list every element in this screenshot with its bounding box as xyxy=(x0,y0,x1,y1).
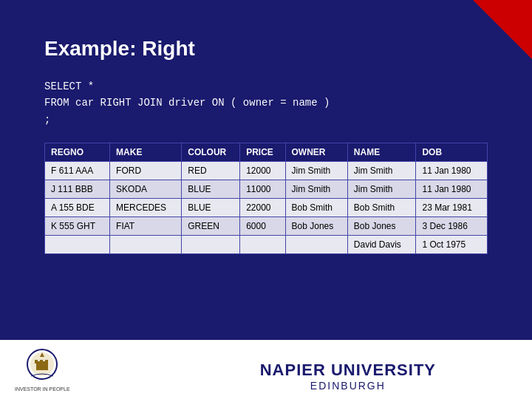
table-cell: Jim Smith xyxy=(347,180,416,199)
table-row: K 555 GHTFIATGREEN6000Bob JonesBob Jones… xyxy=(45,217,488,236)
investor-label: INVESTOR IN PEOPLE xyxy=(15,386,70,392)
table-cell: Bob Jones xyxy=(347,217,416,236)
table-cell: Bob Smith xyxy=(347,199,416,217)
table-cell: FORD xyxy=(110,162,182,180)
table-cell: BLUE xyxy=(182,180,240,199)
footer-bar: INVESTOR IN PEOPLE NAPIER UNIVERSITY EDI… xyxy=(0,340,532,399)
table-row: A 155 BDEMERCEDESBLUE22000Bob SmithBob S… xyxy=(45,199,488,217)
table-cell: Jim Smith xyxy=(285,180,347,199)
col-dob: DOB xyxy=(416,143,488,162)
col-owner: OWNER xyxy=(285,143,347,162)
col-regno: REGNO xyxy=(45,143,110,162)
svg-rect-3 xyxy=(35,360,38,364)
col-colour: COLOUR xyxy=(182,143,240,162)
table-row: J 111 BBBSKODABLUE11000Jim SmithJim Smit… xyxy=(45,180,488,199)
slide-title: Example: Right xyxy=(44,37,488,61)
university-name: NAPIER UNIVERSITY xyxy=(260,361,436,380)
table-cell: Bob Jones xyxy=(285,217,347,236)
table-cell: 22000 xyxy=(240,199,285,217)
svg-rect-5 xyxy=(45,360,48,364)
svg-rect-4 xyxy=(40,360,43,364)
code-line-1: SELECT * xyxy=(44,78,488,95)
table-cell: K 555 GHT xyxy=(45,217,110,236)
university-location: EDINBURGH xyxy=(260,380,436,392)
slide-content: Example: Right SELECT * FROM car RIGHT J… xyxy=(44,37,488,355)
table-row: David Davis1 Oct 1975 xyxy=(45,236,488,254)
table-cell xyxy=(182,236,240,254)
table-cell: GREEN xyxy=(182,217,240,236)
table-cell: SKODA xyxy=(110,180,182,199)
code-line-2: FROM car RIGHT JOIN driver ON ( owner = … xyxy=(44,95,488,111)
table-cell: David Davis xyxy=(347,236,416,254)
table-cell: 11 Jan 1980 xyxy=(416,162,488,180)
table-header-row: REGNO MAKE COLOUR PRICE OWNER NAME DOB xyxy=(45,143,488,162)
table-cell: Bob Smith xyxy=(285,199,347,217)
napier-crest-icon xyxy=(24,348,61,385)
table-cell: F 611 AAA xyxy=(45,162,110,180)
table-cell: J 111 BBB xyxy=(45,180,110,199)
table-cell: 6000 xyxy=(240,217,285,236)
col-make: MAKE xyxy=(110,143,182,162)
code-block: SELECT * FROM car RIGHT JOIN driver ON (… xyxy=(44,78,488,128)
table-cell xyxy=(110,236,182,254)
logo-area: INVESTOR IN PEOPLE xyxy=(15,348,70,392)
table-cell: Jim Smith xyxy=(347,162,416,180)
table-cell: 11000 xyxy=(240,180,285,199)
table-cell: 23 Mar 1981 xyxy=(416,199,488,217)
table-cell: BLUE xyxy=(182,199,240,217)
university-info: NAPIER UNIVERSITY EDINBURGH xyxy=(260,361,436,392)
col-price: PRICE xyxy=(240,143,285,162)
table-cell: 1 Oct 1975 xyxy=(416,236,488,254)
table-cell: RED xyxy=(182,162,240,180)
table-cell: FIAT xyxy=(110,217,182,236)
table-cell xyxy=(45,236,110,254)
table-cell xyxy=(240,236,285,254)
table-row: F 611 AAAFORDRED12000Jim SmithJim Smith1… xyxy=(45,162,488,180)
result-table: REGNO MAKE COLOUR PRICE OWNER NAME DOB F… xyxy=(44,143,488,254)
table-cell: Jim Smith xyxy=(285,162,347,180)
col-name: NAME xyxy=(347,143,416,162)
table-cell: 3 Dec 1986 xyxy=(416,217,488,236)
table-cell: A 155 BDE xyxy=(45,199,110,217)
table-cell: 12000 xyxy=(240,162,285,180)
table-cell xyxy=(285,236,347,254)
table-cell: MERCEDES xyxy=(110,199,182,217)
table-cell: 11 Jan 1980 xyxy=(416,180,488,199)
code-line-3: ; xyxy=(44,112,488,128)
